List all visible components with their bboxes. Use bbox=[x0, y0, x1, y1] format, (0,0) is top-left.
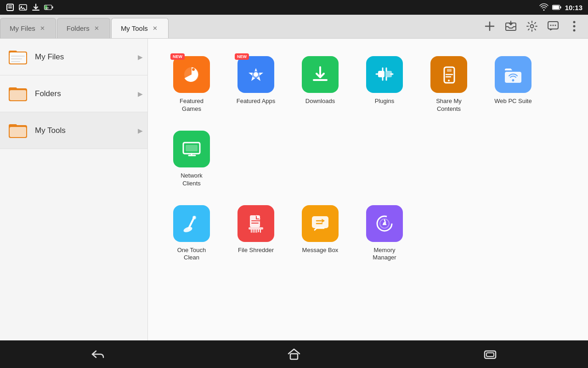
svg-point-16 bbox=[553, 25, 554, 26]
svg-text:37: 37 bbox=[45, 7, 49, 10]
svg-point-35 bbox=[254, 72, 258, 77]
content-area: NEW FeaturedGames NEW bbox=[148, 39, 588, 340]
recents-button[interactable] bbox=[476, 340, 504, 368]
wifi-status-icon bbox=[539, 3, 548, 12]
web-pc-suite-icon bbox=[495, 56, 531, 93]
svg-point-45 bbox=[192, 216, 196, 219]
tab-folders-close[interactable]: ✕ bbox=[93, 25, 101, 32]
svg-point-15 bbox=[550, 25, 552, 26]
featured-games-icon: NEW bbox=[173, 56, 210, 93]
plugins-icon bbox=[366, 56, 403, 93]
back-button[interactable] bbox=[84, 340, 112, 368]
sidebar-folders-label: Folders bbox=[35, 89, 61, 98]
sidebar-my-files-label: My Files bbox=[35, 52, 64, 62]
web-pc-suite-item[interactable]: Web PC Suite bbox=[483, 50, 543, 120]
featured-apps-badge: NEW bbox=[235, 53, 249, 60]
main-layout: My Files ▶ Folders ▶ My To bbox=[0, 39, 588, 340]
sidebar-item-folders[interactable]: Folders ▶ bbox=[0, 75, 147, 112]
svg-rect-48 bbox=[312, 216, 328, 228]
tab-folders-label: Folders bbox=[67, 24, 90, 32]
notification-icon bbox=[6, 3, 15, 12]
svg-rect-36 bbox=[378, 71, 384, 77]
tab-my-tools-close[interactable]: ✕ bbox=[152, 25, 159, 32]
tab-my-tools[interactable]: My Tools ✕ bbox=[111, 18, 169, 38]
folders-folder-icon bbox=[7, 83, 28, 104]
home-button[interactable] bbox=[280, 340, 308, 368]
svg-rect-54 bbox=[486, 353, 494, 356]
svg-rect-52 bbox=[290, 354, 298, 359]
svg-rect-27 bbox=[10, 90, 26, 100]
tab-my-files[interactable]: My Files ✕ bbox=[0, 18, 56, 38]
icon-grid-row1: NEW FeaturedGames NEW bbox=[162, 50, 574, 194]
network-clients-label: NetworkClients bbox=[181, 172, 203, 188]
my-files-folder-icon bbox=[7, 46, 28, 68]
status-bar: 37 10:13 bbox=[0, 0, 588, 15]
sidebar-item-my-tools[interactable]: My Tools ▶ bbox=[0, 112, 147, 149]
add-button[interactable] bbox=[483, 20, 496, 33]
share-my-contents-item[interactable]: Share MyContents bbox=[419, 50, 479, 120]
featured-apps-label: Featured Apps bbox=[237, 98, 276, 105]
file-shredder-item[interactable]: File Shredder bbox=[226, 199, 286, 269]
svg-rect-11 bbox=[553, 6, 559, 9]
toolbar-icons bbox=[483, 14, 588, 38]
one-touch-clean-icon bbox=[173, 205, 210, 242]
svg-point-44 bbox=[183, 225, 193, 233]
downloads-icon bbox=[302, 56, 339, 93]
share-my-contents-label: Share MyContents bbox=[436, 98, 462, 113]
more-icon[interactable] bbox=[568, 20, 581, 33]
featured-games-badge: NEW bbox=[170, 53, 185, 60]
tabs: My Files ✕ Folders ✕ My Tools ✕ bbox=[0, 18, 483, 38]
downloads-item[interactable]: Downloads bbox=[290, 50, 350, 120]
sidebar: My Files ▶ Folders ▶ My To bbox=[0, 39, 148, 340]
bottom-nav bbox=[0, 340, 588, 368]
chat-icon[interactable] bbox=[547, 20, 560, 33]
svg-point-17 bbox=[555, 25, 556, 26]
plugins-item[interactable]: Plugins bbox=[355, 50, 414, 120]
tab-my-tools-label: My Tools bbox=[121, 24, 148, 32]
web-pc-suite-label: Web PC Suite bbox=[494, 98, 531, 105]
settings-icon[interactable] bbox=[526, 20, 538, 33]
message-box-icon bbox=[302, 205, 339, 242]
downloads-label: Downloads bbox=[305, 98, 335, 105]
plugins-label: Plugins bbox=[375, 98, 395, 105]
message-box-item[interactable]: Message Box bbox=[290, 199, 350, 269]
svg-rect-2 bbox=[8, 7, 12, 8]
file-shredder-icon bbox=[237, 205, 274, 242]
sidebar-my-tools-label: My Tools bbox=[35, 126, 66, 135]
message-box-label: Message Box bbox=[302, 247, 339, 254]
status-bar-left: 37 bbox=[6, 3, 53, 12]
svg-point-19 bbox=[573, 25, 576, 28]
memory-manager-item[interactable]: MemoryManager bbox=[355, 199, 414, 269]
svg-point-18 bbox=[573, 21, 576, 23]
tab-folders[interactable]: Folders ✕ bbox=[57, 18, 110, 38]
memory-manager-icon bbox=[366, 205, 403, 242]
svg-point-20 bbox=[573, 29, 576, 32]
svg-rect-43 bbox=[186, 145, 198, 151]
inbox-icon[interactable] bbox=[504, 20, 517, 33]
network-clients-icon bbox=[173, 131, 210, 167]
featured-apps-icon: NEW bbox=[237, 56, 274, 93]
svg-rect-1 bbox=[8, 6, 12, 6]
svg-rect-6 bbox=[52, 6, 53, 9]
featured-games-label: FeaturedGames bbox=[180, 98, 204, 113]
icon-grid-row2: One TouchClean File Shredd bbox=[162, 199, 574, 269]
featured-games-item[interactable]: NEW FeaturedGames bbox=[162, 50, 221, 120]
svg-rect-3 bbox=[19, 5, 27, 10]
download-status-icon bbox=[31, 3, 40, 12]
svg-rect-39 bbox=[447, 69, 452, 72]
one-touch-clean-item[interactable]: One TouchClean bbox=[162, 199, 221, 269]
svg-point-32 bbox=[192, 68, 195, 71]
battery-full-icon bbox=[552, 3, 561, 12]
featured-apps-item[interactable]: NEW Featured Apps bbox=[226, 50, 286, 120]
tab-my-files-label: My Files bbox=[10, 24, 35, 32]
one-touch-clean-label: One TouchClean bbox=[177, 247, 206, 262]
sidebar-my-files-chevron: ▶ bbox=[138, 53, 143, 61]
network-clients-item[interactable]: NetworkClients bbox=[162, 124, 221, 194]
sidebar-my-tools-chevron: ▶ bbox=[138, 127, 143, 134]
file-shredder-label: File Shredder bbox=[238, 247, 274, 254]
svg-point-51 bbox=[383, 222, 386, 225]
svg-point-13 bbox=[531, 25, 534, 28]
share-my-contents-icon bbox=[430, 56, 467, 93]
sidebar-item-my-files[interactable]: My Files ▶ bbox=[0, 39, 147, 75]
tab-my-files-close[interactable]: ✕ bbox=[39, 25, 46, 32]
